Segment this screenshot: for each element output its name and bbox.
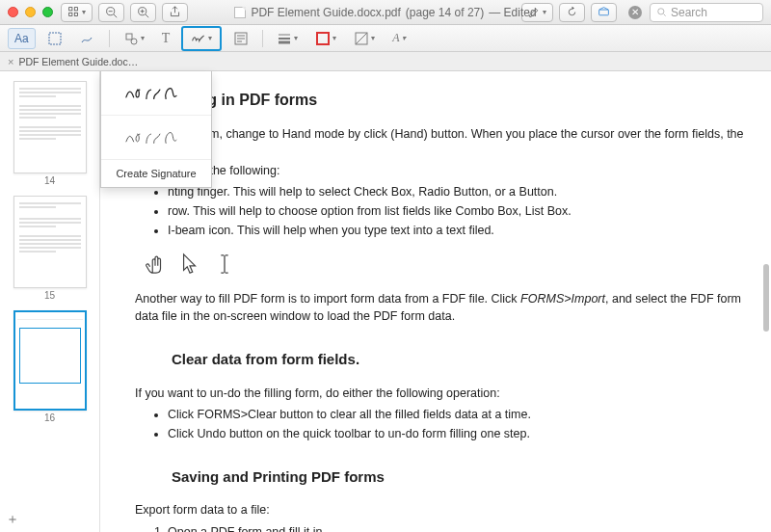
- bullet-pointing-finger: nting finger. This will help to select C…: [168, 183, 746, 201]
- cursor-examples: [145, 252, 746, 277]
- border-color-tool[interactable]: ▾: [309, 28, 342, 49]
- heading-saving-printing: Saving and Printing PDF forms: [172, 466, 746, 489]
- titlebar: ▾ PDF Element Guide.docx.pdf (page 14 of…: [0, 0, 771, 25]
- window-controls: [8, 7, 53, 17]
- create-signature-button[interactable]: Create Signature: [101, 160, 211, 187]
- bullet-undo: Click Undo button on the quick toolbar t…: [168, 425, 746, 443]
- arrow-cursor-icon: [179, 252, 200, 277]
- text-select-tool[interactable]: Aa: [8, 28, 36, 49]
- para-2a: Another way to fill PDF form is to impor…: [135, 292, 520, 306]
- heading-filling-forms: Filling in PDF forms: [172, 89, 746, 112]
- svg-rect-24: [317, 33, 329, 44]
- svg-point-12: [658, 9, 664, 14]
- document-icon: [234, 7, 246, 18]
- page-number-14: 14: [0, 175, 99, 186]
- markup-toolbar-button[interactable]: [591, 3, 617, 22]
- zoom-window-button[interactable]: [42, 7, 53, 17]
- bullet-ibeam: I-beam icon. This will help when you typ…: [168, 222, 746, 240]
- add-page-button[interactable]: ＋: [6, 511, 19, 528]
- line-style-tool[interactable]: ▾: [271, 28, 304, 49]
- handwriting-icon: [122, 81, 190, 106]
- signature-option-2[interactable]: [101, 116, 211, 160]
- main-area: 14 15 16 ＋ Create Signature Fill: [0, 71, 771, 532]
- font-style-tool[interactable]: A▾: [386, 28, 411, 49]
- note-tool[interactable]: [227, 28, 254, 49]
- para-1a: PDF form, change to Hand mode by click (…: [168, 127, 744, 159]
- bullet-clear: Click FORMS>Clear button to clear all th…: [168, 406, 746, 424]
- svg-rect-11: [599, 10, 609, 15]
- document-tab[interactable]: × PDF Element Guide.doc…: [4, 55, 146, 68]
- svg-line-5: [114, 14, 117, 17]
- heading-clear-data: Clear data from form fields.: [172, 349, 746, 371]
- tab-strip: × PDF Element Guide.doc…: [0, 52, 771, 71]
- signature-popover: Create Signature: [100, 71, 212, 188]
- page-thumbnail-15[interactable]: [13, 196, 87, 288]
- step-1: Open a PDF form and fill it in.: [168, 523, 746, 532]
- title-page-indicator: (page 14 of 27): [406, 6, 484, 19]
- svg-point-16: [131, 39, 137, 44]
- zoom-in-button[interactable]: [130, 3, 156, 22]
- page-thumbnail-14[interactable]: [13, 81, 87, 173]
- search-placeholder: Search: [671, 6, 707, 19]
- close-tab-icon[interactable]: ×: [8, 56, 13, 67]
- minimize-window-button[interactable]: [25, 7, 36, 17]
- create-signature-label: Create Signature: [116, 168, 196, 179]
- handwriting-icon: [122, 125, 190, 150]
- signature-option-1[interactable]: [101, 71, 211, 116]
- tab-label: PDF Element Guide.doc…: [18, 56, 138, 67]
- shapes-tool[interactable]: ▾: [118, 28, 150, 49]
- search-icon: [656, 7, 667, 17]
- rectangular-select-tool[interactable]: [41, 28, 68, 49]
- signature-tool-highlight: ▾: [181, 26, 222, 51]
- svg-line-8: [146, 14, 148, 17]
- thumbnail-sidebar[interactable]: 14 15 16 ＋: [0, 71, 100, 532]
- svg-rect-15: [126, 34, 132, 40]
- page-thumbnail-16[interactable]: [13, 310, 87, 411]
- rotate-button[interactable]: [559, 3, 585, 22]
- signature-tool[interactable]: ▾: [185, 28, 218, 49]
- ibeam-cursor-icon: [214, 252, 235, 277]
- hand-cursor-icon: [145, 252, 166, 277]
- dismiss-search-button[interactable]: ✕: [628, 6, 642, 19]
- svg-rect-0: [69, 8, 72, 11]
- view-mode-dropdown[interactable]: ▾: [61, 3, 93, 22]
- markup-button[interactable]: ▾: [521, 3, 553, 22]
- page-number-15: 15: [0, 290, 99, 301]
- svg-rect-1: [69, 13, 72, 15]
- text-tool[interactable]: T: [156, 28, 176, 49]
- svg-line-13: [664, 14, 666, 16]
- search-input[interactable]: Search: [650, 3, 763, 22]
- bullet-arrow: row. This will help to choose option fro…: [168, 202, 746, 221]
- title-filename: PDF Element Guide.docx.pdf: [251, 6, 400, 19]
- svg-rect-2: [74, 8, 77, 11]
- sketch-tool[interactable]: [74, 28, 101, 49]
- para-3: If you want to un-do the filling form, d…: [135, 385, 746, 403]
- para-4: Export form data to a file:: [135, 501, 746, 519]
- markup-toolbar: Aa ▾ T ▾ ▾ ▾ ▾ A▾: [0, 25, 771, 52]
- svg-rect-3: [74, 13, 77, 15]
- svg-rect-14: [49, 33, 61, 44]
- svg-line-26: [356, 33, 367, 44]
- para-2b: FORMS>Import: [520, 292, 605, 306]
- content-scrollbar[interactable]: [763, 264, 769, 332]
- close-window-button[interactable]: [8, 7, 18, 17]
- share-button[interactable]: [162, 3, 188, 22]
- fill-color-tool[interactable]: ▾: [348, 28, 381, 49]
- page-number-16: 16: [0, 412, 99, 423]
- zoom-out-button[interactable]: [98, 3, 124, 22]
